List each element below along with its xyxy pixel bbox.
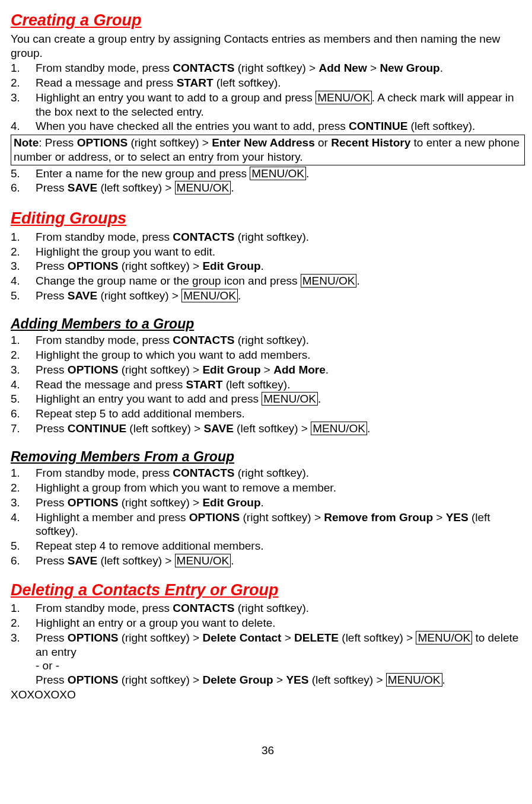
step-number: 6. [11,181,36,195]
note-label: Note [14,136,39,149]
list-item: 4.Read the message and press START (left… [11,378,525,392]
step-text: Enter a name for the new group and press… [36,167,525,181]
step-number: 1. [11,601,36,615]
key-label: MENU/OK [262,392,318,406]
key-label: MENU/OK [175,554,231,567]
step-text: Repeat step 4 to remove additional membe… [36,539,525,553]
step-text: Read the message and press START (left s… [36,378,525,392]
step-text: From standby mode, press CONTACTS (right… [36,61,525,75]
list-item: 5.Press SAVE (right softkey) > MENU/OK. [11,289,525,303]
step-number: 5. [11,167,36,181]
step-number: 3. [11,91,36,119]
key-label: MENU/OK [416,631,472,645]
heading-creating-group: Creating a Group [11,11,525,31]
step-text: Press OPTIONS (right softkey) > Edit Gro… [36,496,525,510]
step-text: Repeat step 5 to add additional members. [36,407,525,421]
list-item: 4.Highlight a member and press OPTIONS (… [11,511,525,539]
list-item: 3. Press OPTIONS (right softkey) > Delet… [11,631,525,687]
list-item: 3.Highlight an entry you want to add to … [11,91,525,119]
step-number: 7. [11,422,36,436]
step-number: 3. [11,363,36,377]
step-text: Highlight the group to which you want to… [36,348,525,362]
steps-adding-members: 1.From standby mode, press CONTACTS (rig… [11,333,525,435]
key-label: MENU/OK [316,91,372,104]
list-item: 7.Press CONTINUE (left softkey) > SAVE (… [11,422,525,436]
step-number: 1. [11,333,36,347]
step-text: From standby mode, press CONTACTS (right… [36,333,525,347]
or-separator: - or - [36,659,59,672]
step-text: Read a message and press START (left sof… [36,76,525,90]
list-item: 4.When you have checked all the entries … [11,119,525,133]
note-box: Note: Press OPTIONS (right softkey) > En… [11,135,525,165]
list-item: 1.From standby mode, press CONTACTS (rig… [11,333,525,347]
intro-text: You can create a group entry by assignin… [11,32,525,60]
list-item: 1.From standby mode, press CONTACTS (rig… [11,61,525,75]
list-item: 3.Press OPTIONS (right softkey) > Edit G… [11,259,525,273]
heading-removing-members: Removing Members From a Group [11,448,525,465]
steps-creating-group: 1.From standby mode, press CONTACTS (rig… [11,61,525,133]
step-number: 4. [11,119,36,133]
step-number: 2. [11,481,36,495]
step-number: 5. [11,392,36,406]
step-text: Highlight the group you want to edit. [36,245,525,259]
list-item: 2.Highlight the group to which you want … [11,348,525,362]
steps-editing-groups: 1.From standby mode, press CONTACTS (rig… [11,230,525,303]
step-number: 1. [11,466,36,480]
step-number: 2. [11,616,36,630]
step-text: Change the group name or the group icon … [36,274,525,288]
page-number: 36 [11,744,525,758]
steps-removing-members: 1.From standby mode, press CONTACTS (rig… [11,466,525,567]
step-text: Press SAVE (left softkey) > MENU/OK. [36,181,525,195]
step-number: 3. [11,631,36,687]
step-number: 2. [11,348,36,362]
list-item: 5.Repeat step 4 to remove additional mem… [11,539,525,553]
list-item: 1.From standby mode, press CONTACTS (rig… [11,601,525,615]
step-number: 5. [11,539,36,553]
steps-deleting: 1.From standby mode, press CONTACTS (rig… [11,601,525,687]
key-label: MENU/OK [311,422,367,435]
step-text: Highlight a member and press OPTIONS (ri… [36,511,525,539]
key-label: MENU/OK [250,167,306,180]
list-item: 5.Highlight an entry you want to add and… [11,392,525,406]
step-number: 6. [11,554,36,568]
step-number: 4. [11,378,36,392]
list-item: 6.Press SAVE (left softkey) > MENU/OK. [11,181,525,195]
list-item: 2.Highlight a group from which you want … [11,481,525,495]
heading-editing-groups: Editing Groups [11,209,525,229]
step-number: 6. [11,407,36,421]
list-item: 1.From standby mode, press CONTACTS (rig… [11,466,525,480]
step-text: From standby mode, press CONTACTS (right… [36,601,525,615]
step-text: Press OPTIONS (right softkey) > Edit Gro… [36,259,525,273]
step-number: 3. [11,496,36,510]
list-item: 6.Press SAVE (left softkey) > MENU/OK. [11,554,525,568]
step-text: From standby mode, press CONTACTS (right… [36,466,525,480]
step-text: Press OPTIONS (right softkey) > Delete C… [36,631,525,687]
step-text: Highlight a group from which you want to… [36,481,525,495]
list-item: 6.Repeat step 5 to add additional member… [11,407,525,421]
list-item: 3.Press OPTIONS (right softkey) > Edit G… [11,496,525,510]
step-number: 1. [11,230,36,244]
list-item: 4.Change the group name or the group ico… [11,274,525,288]
step-text: Highlight an entry or a group you want t… [36,616,525,630]
list-item: 2.Read a message and press START (left s… [11,76,525,90]
step-text: Press CONTINUE (left softkey) > SAVE (le… [36,422,525,436]
step-text: When you have checked all the entries yo… [36,119,525,133]
step-number: 1. [11,61,36,75]
list-item: 5.Enter a name for the new group and pre… [11,167,525,181]
key-label: MENU/OK [181,289,238,302]
step-number: 4. [11,511,36,539]
step-number: 4. [11,274,36,288]
step-number: 5. [11,289,36,303]
step-text: Press OPTIONS (right softkey) > Edit Gro… [36,363,525,377]
step-text: Highlight an entry you want to add to a … [36,91,525,119]
key-label: MENU/OK [175,181,231,194]
key-label: MENU/OK [301,274,357,288]
key-label: MENU/OK [386,673,442,687]
step-text: Press SAVE (right softkey) > MENU/OK. [36,289,525,303]
heading-adding-members: Adding Members to a Group [11,315,525,333]
steps-creating-group-cont: 5.Enter a name for the new group and pre… [11,167,525,196]
step-number: 2. [11,76,36,90]
list-item: 1.From standby mode, press CONTACTS (rig… [11,230,525,244]
step-text: Press SAVE (left softkey) > MENU/OK. [36,554,525,568]
step-text: From standby mode, press CONTACTS (right… [36,230,525,244]
